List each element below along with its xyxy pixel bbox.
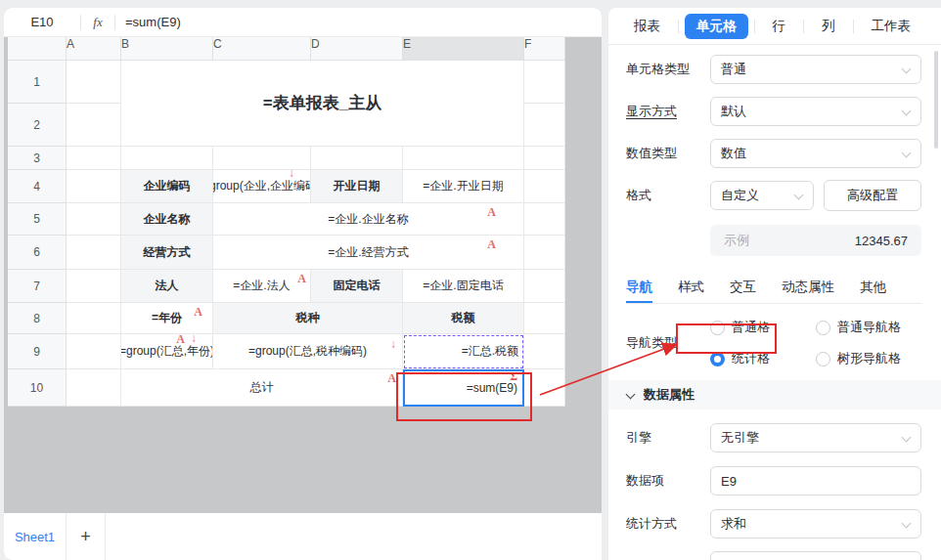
empty-cell[interactable] [524,334,565,369]
tab-column[interactable]: 列 [810,14,847,39]
cell-c5-e5[interactable]: =企业.企业名称 A [213,203,524,236]
cell-e4[interactable]: =企业.开业日期 [403,170,524,203]
subtab-other[interactable]: 其他 [860,271,886,303]
format-select[interactable]: 自定义 [710,181,814,210]
cell-b9[interactable]: =group(汇总,年份) A ↓ [121,334,213,369]
cell-b8[interactable]: =年份 A [121,303,213,334]
tab-row[interactable]: 行 [761,14,798,39]
cell-e9[interactable]: =汇总.税额 [403,334,524,369]
tab-worksheet[interactable]: 工作表 [860,14,923,39]
format-advanced-button[interactable]: 高级配置 [824,180,921,211]
cell-c7[interactable]: =企业.法人 A [213,270,311,303]
radio-normal-cell[interactable]: 普通格 [710,316,816,339]
row-header-7[interactable]: 7 [8,270,67,303]
empty-cell[interactable] [524,104,565,147]
empty-cell[interactable] [524,369,565,407]
subtab-style[interactable]: 样式 [678,271,704,303]
value-type-row: 数值类型 数值 [626,139,921,168]
stat-method-select[interactable]: 求和 [710,509,921,538]
cell-reference-box[interactable]: E10 [4,15,80,29]
row-header-9[interactable]: 9 [8,334,67,369]
data-attributes-section-header[interactable]: 数据属性 [608,380,941,409]
cell-b4[interactable]: 企业编码 [121,170,213,203]
col-header-e[interactable]: E [403,37,524,61]
cell-b6[interactable]: 经营方式 [121,236,213,270]
subtab-dynamic-attrs[interactable]: 动态属性 [782,271,834,303]
cell-e7[interactable]: =企业.固定电话 [403,270,524,303]
empty-cell[interactable] [524,203,565,236]
cell-c6-e6[interactable]: =企业.经营方式 A [213,236,524,270]
radio-normal-nav-cell[interactable]: 普通导航格 [816,316,921,339]
empty-cell[interactable] [67,303,121,334]
empty-cell[interactable] [524,303,565,334]
row-header-3[interactable]: 3 [8,147,67,170]
empty-cell[interactable] [524,147,565,170]
nav-type-radio-group: 普通格 普通导航格 统计格 树形导航格 [710,316,921,370]
subtab-navigation[interactable]: 导航 [626,271,652,303]
empty-cell[interactable] [67,61,121,104]
empty-cell[interactable] [67,147,121,170]
empty-cell[interactable] [67,270,121,303]
empty-cell[interactable] [121,147,213,170]
radio-stat-cell-selected[interactable]: 统计格 [710,347,816,370]
grid-corner[interactable] [8,37,67,61]
panel-scrollbar[interactable] [934,51,938,149]
advanced-settings-button[interactable]: 设置 [710,551,921,560]
col-header-c[interactable]: C [213,37,311,61]
tab-cell[interactable]: 单元格 [685,14,748,39]
cell-type-value: 普通 [721,61,902,78]
empty-cell[interactable] [213,147,311,170]
empty-cell[interactable] [67,236,121,270]
formula-input[interactable]: =sum(E9) [115,15,602,29]
cell-c8-d8[interactable]: 税种 [213,303,403,334]
display-mode-select[interactable]: 默认 [710,97,921,126]
empty-cell[interactable] [524,170,565,203]
row-header-8[interactable]: 8 [8,303,67,334]
value-type-select[interactable]: 数值 [710,139,921,168]
row-header-4[interactable]: 4 [8,170,67,203]
row-header-10[interactable]: 10 [8,369,67,407]
cell-d4[interactable]: 开业日期 [311,170,403,203]
add-sheet-button[interactable]: + [67,513,106,560]
empty-cell[interactable] [403,147,524,170]
cell-e10-selected[interactable]: =sum(E9) Σ [403,369,524,407]
cell-e8[interactable]: 税额 [403,303,524,334]
empty-cell[interactable] [67,104,121,147]
col-header-b[interactable]: B [121,37,213,61]
cell-d7[interactable]: 固定电话 [311,270,403,303]
engine-row: 引擎 无引擎 [626,423,921,452]
empty-cell[interactable] [311,147,403,170]
example-value: 12345.67 [749,234,908,248]
col-header-a[interactable]: A [67,37,121,61]
empty-cell[interactable] [524,236,565,270]
radio-icon [816,321,830,335]
cell-b7[interactable]: 法人 [121,270,213,303]
cell-c9-d9[interactable]: =group(汇总,税种编码) ↓ [213,334,403,369]
col-header-f[interactable]: F [524,37,565,61]
engine-select[interactable]: 无引擎 [710,423,921,452]
subtab-interaction[interactable]: 交互 [730,271,756,303]
empty-cell[interactable] [524,270,565,303]
data-item-input[interactable] [710,466,921,495]
cell-report-title[interactable]: =表单报表_主从 [121,61,524,147]
empty-cell[interactable] [67,369,121,407]
tab-report[interactable]: 报表 [622,14,672,39]
row-header-6[interactable]: 6 [8,236,67,270]
string-type-marker-icon: A [387,372,396,384]
cell-type-select[interactable]: 普通 [710,55,921,84]
empty-cell[interactable] [67,334,121,369]
empty-cell[interactable] [67,170,121,203]
sheet-tab-sheet1[interactable]: Sheet1 [4,513,67,560]
row-header-1[interactable]: 1 [8,61,67,104]
row-header-5[interactable]: 5 [8,203,67,236]
extend-down-marker-icon: ↓ [390,338,396,350]
radio-tree-nav-cell[interactable]: 树形导航格 [816,347,921,370]
row-header-2[interactable]: 2 [8,104,67,147]
cell-b10-d10[interactable]: 总计 A [121,369,403,407]
cell-c6-text: =企业.经营方式 [328,244,408,261]
cell-b5[interactable]: 企业名称 [121,203,213,236]
empty-cell[interactable] [67,203,121,236]
col-header-d[interactable]: D [311,37,403,61]
empty-cell[interactable] [524,61,565,104]
cell-c4[interactable]: =group(企业,企业编码) ↓ [213,170,311,203]
